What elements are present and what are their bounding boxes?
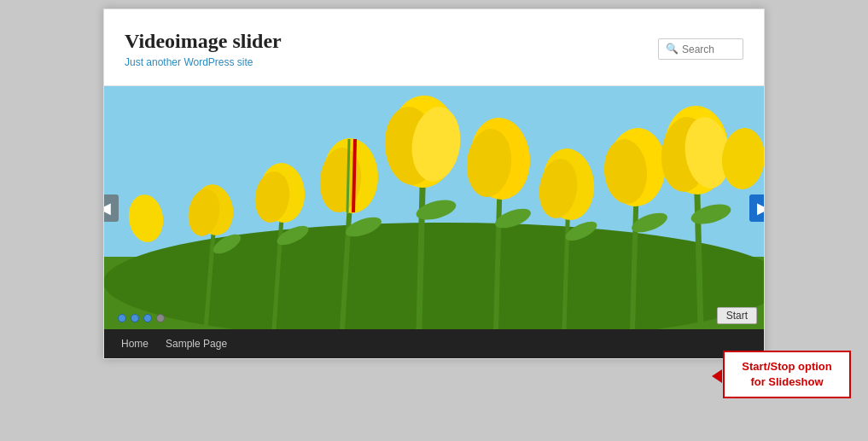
slider-area: ◀ ▶ Start bbox=[104, 86, 764, 329]
annotation-box: Start/Stop option for Slideshow bbox=[723, 351, 851, 398]
left-arrow-icon: ◀ bbox=[104, 199, 111, 218]
tulip-scene bbox=[104, 86, 764, 329]
dot-3[interactable] bbox=[143, 314, 152, 322]
search-icon: 🔍 bbox=[666, 43, 679, 55]
start-stop-button[interactable]: Start bbox=[717, 307, 757, 324]
site-title: Videoimage slider bbox=[125, 30, 282, 53]
nav-item-sample-page[interactable]: Sample Page bbox=[166, 338, 227, 350]
slider-prev-button[interactable]: ◀ bbox=[104, 194, 119, 222]
search-box[interactable]: 🔍 bbox=[658, 38, 743, 60]
dot-4[interactable] bbox=[156, 314, 165, 322]
slider-next-button[interactable]: ▶ bbox=[749, 194, 764, 222]
nav-item-home[interactable]: Home bbox=[121, 338, 149, 350]
dot-2[interactable] bbox=[131, 314, 139, 322]
dot-1[interactable] bbox=[118, 314, 126, 322]
nav-bar: Home Sample Page bbox=[104, 329, 764, 358]
search-input[interactable] bbox=[682, 44, 742, 55]
site-tagline: Just another WordPress site bbox=[125, 56, 282, 68]
site-title-block: Videoimage slider Just another WordPress… bbox=[125, 30, 282, 68]
screenshot-wrapper: Videoimage slider Just another WordPress… bbox=[0, 0, 868, 441]
annotation-arrow bbox=[712, 369, 722, 383]
slider-image bbox=[104, 86, 764, 329]
svg-line-17 bbox=[353, 139, 355, 212]
svg-line-18 bbox=[347, 139, 349, 212]
slider-dots bbox=[118, 314, 165, 322]
site-header: Videoimage slider Just another WordPress… bbox=[104, 9, 764, 86]
site-container: Videoimage slider Just another WordPress… bbox=[103, 9, 765, 359]
annotation-text: Start/Stop option for Slideshow bbox=[742, 360, 831, 388]
right-arrow-icon: ▶ bbox=[757, 199, 764, 218]
